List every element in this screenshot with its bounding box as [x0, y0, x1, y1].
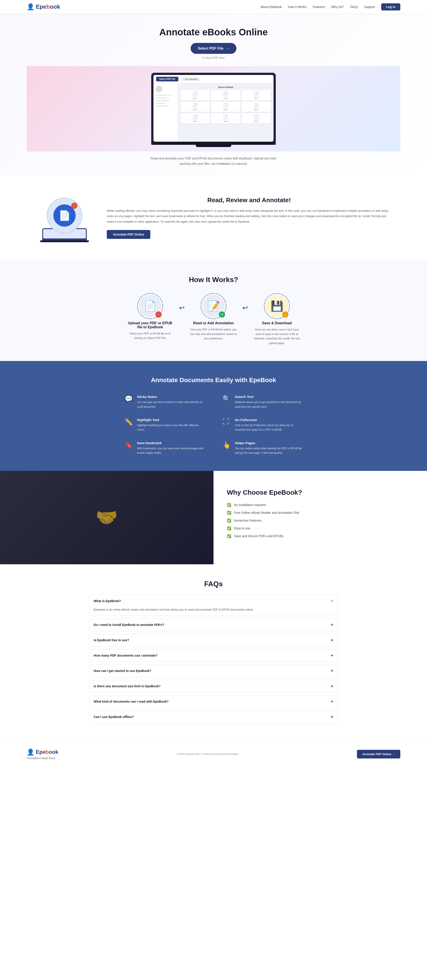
faq-question-7[interactable]: What kind of documents can I read with E…: [89, 695, 338, 708]
select-pdf-button[interactable]: Select PDF File →: [190, 43, 237, 54]
step-3-icon: 💾 ↓: [266, 295, 288, 317]
logo-text: Epebook: [36, 3, 60, 10]
why-item-2: ✅ Free Online eBook Reader and Annotatio…: [227, 511, 409, 515]
features-title: Annotate Documents Easily with EpeBook: [27, 377, 400, 384]
why-title: Why Choose EpeBook?: [227, 488, 409, 496]
feature-sticky-desc: You can type any text comment or add not…: [137, 400, 205, 409]
feature-highlight: ✏️ Highlight Tool Highlight anything you…: [125, 418, 205, 432]
file-item: 📄Doc 7: [181, 113, 210, 123]
step-2: 📝 ↺ Read or Add Annotation Once the PDF …: [189, 295, 238, 341]
faq-toggle-5: +: [331, 668, 333, 673]
hero-title: Annotate eBooks Online: [27, 27, 400, 38]
why-item-3: ✅ Numerous Features.: [227, 519, 409, 523]
faq-answer-1: Epebook is an online eBook reader and an…: [89, 607, 338, 616]
faq-toggle-1: −: [331, 598, 333, 604]
faq-item-6: Is there any document size limit in EpeB…: [89, 680, 338, 693]
faq-item-3: Is EpeBook free to use? +: [89, 634, 338, 647]
arrow-icon: →: [225, 46, 229, 51]
feature-search-desc: Epebook allows you to go anywhere in the…: [235, 400, 302, 409]
screen-select-btn: Select PDF File: [156, 77, 178, 81]
why-image: 🤝: [0, 471, 214, 564]
faq-toggle-8: +: [331, 714, 333, 719]
footer-logo-text: Epebook: [36, 749, 58, 755]
feature-swipe: 👆 Swipe Pages You can swipe easily while…: [222, 441, 302, 455]
file-item: 📄Doc 6: [242, 102, 271, 112]
laptop-mockup: Select PDF File ↑ File Uploaded: [27, 73, 400, 147]
check-icon-4: ✅: [227, 526, 231, 530]
file-item: 📄Doc 1: [181, 90, 210, 100]
feature-search: 🔍 Search Text Epebook allows you to go a…: [222, 395, 302, 409]
nav-how[interactable]: How It Works: [288, 5, 306, 9]
read-title: Read, Review and Annotate!: [107, 197, 391, 204]
check-icon-2: ✅: [227, 511, 231, 515]
step-1-desc: Select your PDF or EPUB file on to click…: [125, 331, 175, 340]
footer: 👤 Epebook Annotations Made Easy. © PDF E…: [0, 741, 427, 767]
faq-title: FAQs: [89, 580, 338, 588]
feature-sticky-notes: 💬 Sticky Notes You can type any text com…: [125, 395, 205, 409]
step-1: 📄 ↑ Upload your PDF or EPUB file to EpeB…: [125, 295, 175, 340]
faq-section: FAQs What is EpeBook? − Epebook is an on…: [0, 564, 427, 741]
fullscreen-icon: ⛶: [222, 418, 231, 425]
step-arrow-2: ↩: [243, 304, 248, 312]
check-icon-5: ✅: [227, 534, 231, 538]
annotate-pdf-button[interactable]: Annotate PDF Online: [107, 230, 150, 239]
nav-why[interactable]: Why Us?: [331, 5, 344, 9]
how-title: How It Works?: [27, 275, 400, 284]
login-button[interactable]: Log in: [381, 3, 400, 10]
file-item: 📄Doc 8: [211, 113, 240, 123]
nav-about[interactable]: About Epebook: [260, 5, 282, 9]
faq-question-6[interactable]: Is there any document size limit in EpeB…: [89, 680, 338, 692]
laptop-frame: Select PDF File ↑ File Uploaded: [151, 73, 276, 147]
faq-item-5: How can I get started to use EpeBook? +: [89, 665, 338, 677]
hero-section: Annotate eBooks Online Select PDF File →…: [0, 14, 427, 175]
faq-question-1[interactable]: What is EpeBook? −: [89, 595, 338, 607]
logo: 👤 Epebook: [27, 3, 60, 10]
faq-toggle-2: +: [331, 622, 333, 627]
faq-question-5[interactable]: How can I get started to use EpeBook? +: [89, 665, 338, 677]
feature-fullscreen-desc: Click on the Go Fullscreen and it can al…: [235, 423, 302, 432]
sticky-notes-icon: 💬: [125, 395, 133, 402]
read-body: While reading eBooks, you may notice som…: [107, 208, 391, 225]
features-section: Annotate Documents Easily with EpeBook 💬…: [0, 361, 427, 471]
why-section: 🤝 Why Choose EpeBook? ✅ No installation …: [0, 471, 427, 564]
read-content: Read, Review and Annotate! While reading…: [107, 197, 391, 239]
why-item-5: ✅ Save and Secure PDFs and EPUBs.: [227, 534, 409, 538]
footer-cta-button[interactable]: Annotate PDF Online →: [357, 750, 400, 759]
why-list: ✅ No installation required. ✅ Free Onlin…: [227, 503, 409, 538]
feature-search-title: Search Text: [235, 395, 302, 399]
why-item-1: ✅ No installation required.: [227, 503, 409, 507]
footer-logo-icon: 👤: [27, 748, 35, 756]
faq-toggle-3: +: [331, 638, 333, 643]
feature-bookmark: 🔖 Save bookmark With bookmarks, you can …: [125, 441, 205, 455]
faq-question-2[interactable]: Do I need to install EpeBook to annotate…: [89, 619, 338, 631]
faq-question-3[interactable]: Is EpeBook free to use? +: [89, 634, 338, 646]
faq-question-4[interactable]: How many PDF documents can I annotate? +: [89, 649, 338, 662]
screen-upload-indicator: ↑ File Uploaded: [181, 77, 200, 81]
step-2-desc: Once the PDF or EPUB file added, you can…: [189, 328, 238, 341]
file-item: 📄Doc 2: [211, 90, 240, 100]
faq-question-8[interactable]: Can I use EpeBook offline? +: [89, 711, 338, 723]
faq-toggle-7: +: [331, 699, 333, 704]
footer-tagline: Annotations Made Easy.: [27, 757, 58, 760]
why-item-4: ✅ Easy to use.: [227, 526, 409, 530]
faq-toggle-6: +: [331, 684, 333, 689]
select-pdf-label: Select PDF File: [198, 46, 224, 51]
feature-bookmark-title: Save bookmark: [137, 441, 205, 445]
feature-sticky-title: Sticky Notes: [137, 395, 205, 399]
navbar: 👤 Epebook About Epebook How It Works Fea…: [0, 0, 427, 14]
nav-faqs[interactable]: FAQs: [350, 5, 358, 9]
nav-features[interactable]: Features: [313, 5, 325, 9]
step-2-icon: 📝 ↺: [202, 295, 225, 317]
footer-copyright: © PDF Epebook 2021 | Powered by Skynet T…: [58, 752, 357, 755]
step-1-title: Upload your PDF or EPUB file to EpeBook: [125, 321, 175, 329]
read-section: ! 📄 Read, Review and Annotate! While rea…: [0, 175, 427, 260]
faq-item-4: How many PDF documents can I annotate? +: [89, 649, 338, 662]
feature-highlight-title: Highlight Tool: [137, 418, 205, 422]
footer-logo: 👤 Epebook Annotations Made Easy.: [27, 748, 58, 760]
check-icon-3: ✅: [227, 519, 231, 523]
nav-support[interactable]: Support: [364, 5, 375, 9]
feature-swipe-title: Swipe Pages: [235, 441, 302, 445]
feature-highlight-desc: Highlight anything you want in your file…: [137, 423, 205, 432]
nav-links: About Epebook How It Works Features Why …: [260, 3, 400, 10]
bookmark-icon: 🔖: [125, 441, 133, 449]
